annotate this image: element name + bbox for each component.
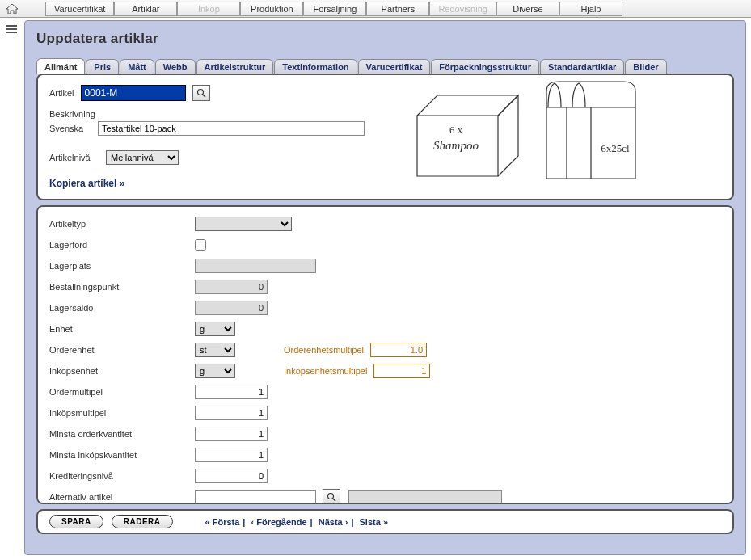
menu-diverse[interactable]: Diverse bbox=[496, 2, 559, 16]
page-title: Uppdatera artiklar bbox=[36, 31, 734, 47]
svg-line-1 bbox=[203, 95, 205, 97]
svenska-label: Svenska bbox=[49, 124, 91, 133]
artikelniva-label: Artikelnivå bbox=[49, 153, 99, 162]
sidebar-toggle[interactable] bbox=[0, 18, 23, 40]
nav-prev[interactable]: ‹ Föregående bbox=[251, 517, 306, 527]
field-label: Artikeltyp bbox=[49, 219, 195, 229]
field-label: Orderenhet bbox=[49, 345, 195, 355]
tab-förpackningsstruktur[interactable]: Förpackningsstruktur bbox=[431, 59, 539, 74]
delete-button[interactable]: RADERA bbox=[112, 515, 173, 528]
tab-artikelstruktur[interactable]: Artikelstruktur bbox=[196, 59, 274, 74]
artikel-input[interactable] bbox=[81, 85, 186, 101]
tab-allmänt[interactable]: Allmänt bbox=[36, 58, 85, 74]
svenska-input[interactable] bbox=[98, 121, 365, 136]
kopiera-link[interactable]: Kopiera artikel » bbox=[49, 178, 124, 189]
menu-partners[interactable]: Partners bbox=[366, 2, 429, 16]
field-label: Minsta inköpskvantitet bbox=[49, 450, 195, 460]
field-beställningspunkt bbox=[195, 280, 268, 294]
fields-panel: ArtikeltypLagerfördLagerplatsBeställning… bbox=[36, 205, 734, 504]
field-label: Lagerplats bbox=[49, 261, 195, 271]
field-artikeltyp[interactable] bbox=[195, 217, 292, 231]
tab-varucertifikat[interactable]: Varucertifikat bbox=[358, 59, 431, 74]
tab-pris[interactable]: Pris bbox=[86, 59, 119, 74]
field-krediteringsnivå[interactable] bbox=[195, 469, 268, 483]
alt-search-button[interactable] bbox=[323, 489, 340, 504]
field-lagerförd[interactable] bbox=[195, 239, 206, 251]
field-label: Lagerförd bbox=[49, 240, 195, 250]
magnifier-icon bbox=[196, 88, 206, 98]
field-ordermultipel[interactable] bbox=[195, 385, 268, 399]
field-label: Lagersaldo bbox=[49, 303, 195, 313]
alt-display bbox=[348, 490, 502, 505]
field-orderenhet[interactable]: st bbox=[195, 343, 235, 357]
tab-textinformation[interactable]: Textinformation bbox=[274, 59, 357, 74]
field-label: Alternativ artikel bbox=[49, 492, 195, 502]
tab-standardartiklar[interactable]: Standardartiklar bbox=[540, 59, 624, 74]
field-inköpsmultipel[interactable] bbox=[195, 406, 268, 420]
field-label: Krediteringsnivå bbox=[49, 471, 195, 481]
nav-first[interactable]: « Första bbox=[205, 517, 240, 527]
field-label: Enhet bbox=[49, 324, 195, 334]
nav-next[interactable]: Nästa › bbox=[319, 517, 348, 527]
tabs-bar: AllmäntPrisMåttWebbArtikelstrukturTextin… bbox=[36, 58, 734, 74]
svg-text:6x25cl: 6x25cl bbox=[601, 142, 630, 154]
artikel-label: Artikel bbox=[49, 88, 74, 98]
tab-bilder[interactable]: Bilder bbox=[625, 59, 666, 74]
save-button[interactable]: SPARA bbox=[49, 515, 103, 528]
svg-line-6 bbox=[333, 499, 335, 501]
field-label-2: Inköpsenhetsmultipel bbox=[284, 366, 367, 376]
field-lagersaldo bbox=[195, 301, 268, 315]
nav-last[interactable]: Sista » bbox=[360, 517, 388, 527]
svg-text:6 x: 6 x bbox=[449, 124, 463, 136]
home-icon[interactable] bbox=[6, 4, 18, 14]
artikelniva-select[interactable]: Mellannivå bbox=[106, 150, 179, 165]
field-label: Ordermultipel bbox=[49, 387, 195, 397]
illustration: 6 x Shampoo 6x25cl bbox=[409, 75, 660, 188]
svg-point-5 bbox=[328, 494, 334, 499]
field-orderenhetsmultipel[interactable] bbox=[370, 343, 427, 357]
field-lagerplats bbox=[195, 259, 316, 273]
field-minsta-orderkvantitet[interactable] bbox=[195, 427, 268, 441]
menu-varucertifikat[interactable]: Varucertifikat bbox=[45, 2, 114, 16]
field-inköpsenhetsmultipel[interactable] bbox=[373, 364, 430, 378]
field-enhet[interactable]: g bbox=[195, 322, 235, 336]
bottom-bar: SPARA RADERA « Första| ‹ Föregående| Näs… bbox=[36, 509, 734, 534]
svg-text:Shampoo: Shampoo bbox=[433, 139, 479, 152]
top-menu-bar: VarucertifikatArtiklarInköpProduktionFör… bbox=[0, 0, 751, 18]
alt-artikel-input[interactable] bbox=[195, 490, 316, 504]
field-label: Inköpsenhet bbox=[49, 366, 195, 376]
field-minsta-inköpskvantitet[interactable] bbox=[195, 448, 268, 462]
menu-artiklar[interactable]: Artiklar bbox=[114, 2, 177, 16]
menu-hjälp[interactable]: Hjälp bbox=[559, 2, 622, 16]
menu-icon bbox=[6, 25, 17, 33]
tab-webb[interactable]: Webb bbox=[155, 59, 196, 74]
menu-inköp: Inköp bbox=[177, 2, 240, 16]
field-label: Beställningspunkt bbox=[49, 282, 195, 292]
menu-redovisning: Redovisning bbox=[429, 2, 496, 16]
field-label: Inköpsmultipel bbox=[49, 408, 195, 418]
field-inköpsenhet[interactable]: g bbox=[195, 364, 235, 378]
menu-produktion[interactable]: Produktion bbox=[240, 2, 303, 16]
tab-mått[interactable]: Mått bbox=[120, 59, 154, 74]
artikel-search-button[interactable] bbox=[192, 85, 210, 101]
svg-point-0 bbox=[197, 90, 203, 95]
menu-försäljning[interactable]: Försäljning bbox=[303, 2, 366, 16]
header-panel: Artikel Beskrivning Svenska Artikelnivå … bbox=[36, 74, 734, 200]
field-label-2: Orderenhetsmultipel bbox=[284, 345, 364, 355]
field-label: Minsta orderkvantitet bbox=[49, 429, 195, 439]
record-nav: « Första| ‹ Föregående| Nästa ›| Sista » bbox=[205, 517, 388, 527]
